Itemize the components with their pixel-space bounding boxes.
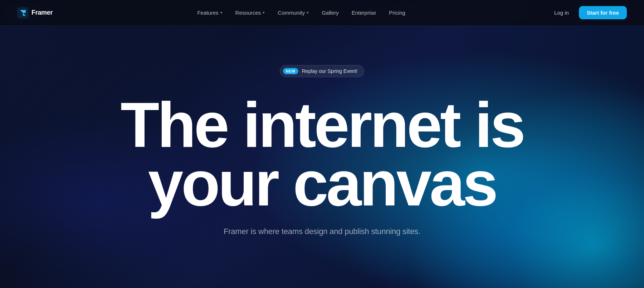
announcement-badge[interactable]: NEW Replay our Spring Event! bbox=[280, 65, 365, 77]
start-free-button[interactable]: Start for free bbox=[579, 6, 627, 19]
nav-item-pricing[interactable]: Pricing bbox=[383, 7, 411, 19]
nav-links: Features ▾ Resources ▾ Community ▾ Galle… bbox=[191, 7, 411, 19]
nav-item-resources[interactable]: Resources ▾ bbox=[230, 7, 271, 19]
chevron-down-icon: ▾ bbox=[220, 10, 223, 15]
nav-logo-area: Framer bbox=[17, 7, 53, 19]
framer-logo-icon bbox=[17, 7, 29, 19]
chevron-down-icon: ▾ bbox=[263, 10, 265, 15]
hero-section: NEW Replay our Spring Event! The interne… bbox=[0, 0, 644, 288]
nav-actions: Log in Start for free bbox=[550, 6, 627, 19]
hero-content: NEW Replay our Spring Event! The interne… bbox=[121, 65, 524, 238]
navbar: Framer Features ▾ Resources ▾ Community … bbox=[0, 0, 644, 26]
nav-item-community[interactable]: Community ▾ bbox=[272, 7, 314, 19]
nav-item-enterprise[interactable]: Enterprise bbox=[346, 7, 382, 19]
nav-item-gallery[interactable]: Gallery bbox=[316, 7, 345, 19]
chevron-down-icon: ▾ bbox=[307, 10, 309, 15]
badge-new-label: NEW bbox=[283, 68, 298, 74]
badge-text: Replay our Spring Event! bbox=[302, 68, 358, 74]
nav-item-features[interactable]: Features ▾ bbox=[191, 7, 228, 19]
nav-logo-text: Framer bbox=[31, 9, 53, 16]
login-button[interactable]: Log in bbox=[550, 7, 573, 19]
hero-subtitle: Framer is where teams design and publish… bbox=[224, 225, 420, 237]
hero-title: The internet is your canvas bbox=[121, 96, 524, 213]
